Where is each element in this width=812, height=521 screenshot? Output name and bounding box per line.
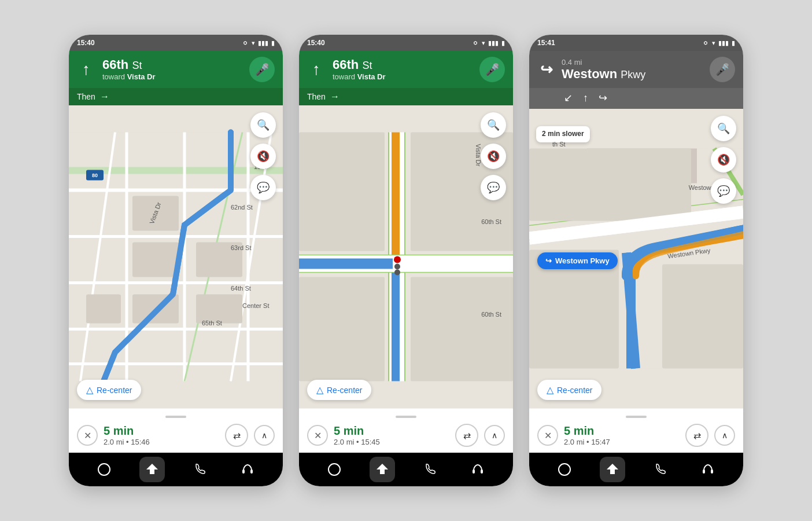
battery-icon: ▮ bbox=[271, 39, 275, 47]
dir-icon-right: ↪ bbox=[599, 91, 607, 104]
toward-2: toward Vista Dr bbox=[333, 72, 473, 81]
expand-button-2[interactable]: ∧ bbox=[484, 425, 505, 446]
svg-marker-19 bbox=[146, 464, 158, 469]
drag-handle-1 bbox=[165, 416, 186, 418]
mute-button-3[interactable]: 🔇 bbox=[711, 147, 736, 173]
report-button-2[interactable]: 💬 bbox=[481, 175, 506, 200]
svg-rect-21 bbox=[242, 469, 245, 474]
trip-row-3: ✕ 5 min 2.0 mi • 15:47 ⇄ ∧ bbox=[537, 424, 735, 447]
svg-rect-10 bbox=[132, 196, 179, 231]
svg-rect-39 bbox=[411, 277, 513, 381]
svg-rect-54 bbox=[610, 469, 615, 474]
dir-icon-left: ↙ bbox=[564, 91, 573, 104]
bottom-panel-3: ✕ 5 min 2.0 mi • 15:47 ⇄ ∧ bbox=[529, 408, 743, 453]
street-info-1: 66th St toward Vista Dr bbox=[102, 58, 242, 80]
mic-button-2[interactable]: 🎤 bbox=[479, 57, 505, 82]
battery-icon-2: ▮ bbox=[501, 39, 505, 47]
android-headphones-3[interactable] bbox=[695, 457, 721, 482]
phone-3: 15:41 ⭘ ▾ ▮▮▮ ▮ ↪ 0.4 mi Westown Pkwy 🎤 … bbox=[529, 35, 743, 486]
android-maps-3[interactable] bbox=[600, 457, 625, 482]
map-area-2: Vista Dr 60th St 60th St 🔍 🔇 💬 △ Re-cent… bbox=[299, 105, 513, 408]
trip-row-2: ✕ 5 min 2.0 mi • 15:45 ⇄ ∧ bbox=[307, 424, 505, 447]
android-phone-3[interactable] bbox=[647, 457, 673, 482]
status-icons-3: ⭘ ▾ ▮▮▮ ▮ bbox=[703, 39, 735, 47]
map-area-3: Westown Pkwy th St 2 min slower bbox=[529, 109, 743, 408]
report-button-1[interactable]: 💬 bbox=[250, 175, 276, 200]
report-button-3[interactable]: 💬 bbox=[711, 178, 736, 204]
svg-rect-44 bbox=[481, 469, 483, 474]
then-text-1: Then bbox=[77, 92, 95, 101]
time-2: 15:40 bbox=[307, 39, 325, 47]
expand-button-3[interactable]: ∧ bbox=[714, 425, 735, 446]
mic-button-3[interactable]: 🎤 bbox=[710, 57, 735, 82]
svg-rect-20 bbox=[150, 469, 154, 474]
dir-icon-up: ↑ bbox=[583, 92, 588, 104]
then-arrow-2: → bbox=[330, 91, 339, 102]
close-button-2[interactable]: ✕ bbox=[307, 425, 328, 446]
svg-rect-27 bbox=[392, 133, 400, 260]
route-button-3[interactable]: ⇄ bbox=[685, 424, 708, 447]
mic-button-1[interactable]: 🎤 bbox=[249, 57, 275, 82]
signal-icon-3: ▮▮▮ bbox=[718, 39, 729, 47]
street-name-3: Westown Pkwy bbox=[562, 67, 704, 82]
recenter-button-1[interactable]: △ Re-center bbox=[77, 380, 141, 400]
trip-info-1: 5 min 2.0 mi • 15:46 bbox=[104, 424, 219, 446]
nav-header-3: ↪ 0.4 mi Westown Pkwy 🎤 bbox=[529, 51, 743, 88]
route-button-2[interactable]: ⇄ bbox=[455, 424, 478, 447]
drag-handle-3 bbox=[626, 416, 647, 418]
map-buttons-2: 🔍 🔇 💬 bbox=[481, 112, 506, 200]
wifi-icon: ▾ bbox=[252, 39, 255, 47]
time-1: 15:40 bbox=[77, 39, 95, 47]
signal-icon-2: ▮▮▮ bbox=[488, 39, 499, 47]
bluetooth-icon-3: ⭘ bbox=[703, 39, 709, 46]
mute-button-2[interactable]: 🔇 bbox=[481, 144, 506, 169]
svg-rect-56 bbox=[711, 469, 713, 474]
svg-point-40 bbox=[329, 464, 340, 475]
svg-rect-42 bbox=[380, 469, 385, 474]
bluetooth-icon-2: ⭘ bbox=[473, 39, 479, 46]
android-headphones-1[interactable] bbox=[235, 457, 260, 482]
android-home-1[interactable] bbox=[91, 457, 117, 482]
map-buttons-3: 🔍 🔇 💬 bbox=[711, 116, 736, 204]
android-home-3[interactable] bbox=[552, 457, 577, 482]
android-phone-2[interactable] bbox=[417, 457, 442, 482]
eta-3: 5 min bbox=[564, 424, 680, 438]
trip-info-2: 5 min 2.0 mi • 15:45 bbox=[334, 424, 449, 446]
search-button-1[interactable]: 🔍 bbox=[250, 112, 276, 138]
recenter-button-2[interactable]: △ Re-center bbox=[307, 380, 371, 400]
android-home-2[interactable] bbox=[322, 457, 347, 482]
details-1: 2.0 mi • 15:46 bbox=[104, 438, 219, 446]
close-button-1[interactable]: ✕ bbox=[77, 425, 98, 446]
android-phone-1[interactable] bbox=[187, 457, 212, 482]
svg-point-33 bbox=[394, 256, 401, 263]
android-headphones-2[interactable] bbox=[465, 457, 490, 482]
android-nav-3 bbox=[529, 453, 743, 486]
search-button-2[interactable]: 🔍 bbox=[481, 112, 506, 138]
status-icons-2: ⭘ ▾ ▮▮▮ ▮ bbox=[473, 39, 505, 47]
mute-button-1[interactable]: 🔇 bbox=[250, 144, 276, 169]
then-text-2: Then bbox=[307, 92, 326, 101]
android-maps-1[interactable] bbox=[139, 457, 165, 482]
details-2: 2.0 mi • 15:45 bbox=[334, 438, 449, 446]
expand-button-1[interactable]: ∧ bbox=[254, 425, 275, 446]
details-3: 2.0 mi • 15:47 bbox=[564, 438, 680, 446]
recenter-icon-3: △ bbox=[547, 384, 553, 395]
route-button-1[interactable]: ⇄ bbox=[225, 424, 248, 447]
bottom-panel-2: ✕ 5 min 2.0 mi • 15:45 ⇄ ∧ bbox=[299, 408, 513, 453]
android-nav-2 bbox=[299, 453, 513, 486]
sub-directions-3: ↙ ↑ ↪ bbox=[529, 88, 743, 109]
recenter-button-3[interactable]: △ Re-center bbox=[537, 380, 601, 400]
svg-point-34 bbox=[394, 264, 400, 270]
westown-label: Westown Pkwy bbox=[555, 256, 610, 265]
street-info-2: 66th St toward Vista Dr bbox=[333, 58, 473, 80]
phone-2: 15:40 ⭘ ▾ ▮▮▮ ▮ ↑ 66th St toward Vista D… bbox=[299, 35, 513, 486]
svg-rect-36 bbox=[299, 133, 385, 251]
search-button-3[interactable]: 🔍 bbox=[711, 116, 736, 141]
android-maps-2[interactable] bbox=[370, 457, 395, 482]
recenter-icon-1: △ bbox=[86, 384, 93, 395]
svg-marker-53 bbox=[607, 464, 618, 469]
close-button-3[interactable]: ✕ bbox=[537, 425, 558, 446]
svg-rect-11 bbox=[132, 243, 179, 277]
svg-rect-43 bbox=[473, 469, 475, 474]
bottom-panel-1: ✕ 5 min 2.0 mi • 15:46 ⇄ ∧ bbox=[69, 408, 283, 453]
